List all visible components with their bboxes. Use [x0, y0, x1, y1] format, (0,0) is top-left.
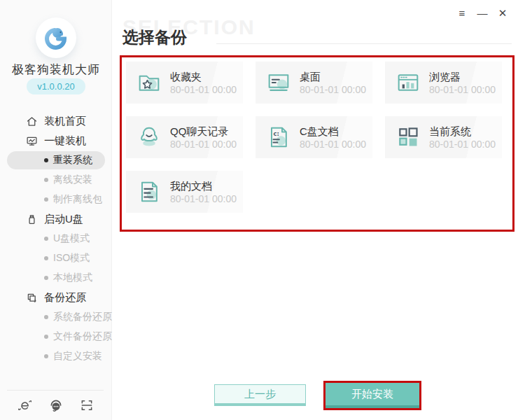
app-title: 极客狗装机大师: [0, 62, 112, 78]
folder-star-icon: [135, 69, 163, 97]
app-logo: [36, 18, 76, 58]
close-icon[interactable]: ✕: [497, 7, 508, 20]
sidebar-divider: [7, 390, 104, 391]
dog-g-logo-icon: [42, 24, 70, 52]
usb-icon: [26, 214, 38, 225]
backup-card-date: 80-01-01 00:00: [429, 138, 496, 150]
sidebar: 极客狗装机大师 v1.0.0.20 装机首页 一键装机 重装系统 离线安装 制作…: [0, 0, 112, 420]
menu-icon[interactable]: ≡: [456, 7, 468, 20]
version-badge: v1.0.0.20: [27, 78, 85, 94]
bullet-icon: [44, 256, 48, 260]
title-divider: [216, 43, 512, 44]
bullet-icon: [44, 354, 48, 358]
backup-card-label: 当前系统: [429, 125, 496, 138]
sidebar-item[interactable]: ISO模式: [0, 248, 112, 268]
backup-card-label: C盘文档: [300, 125, 366, 138]
sidebar-item[interactable]: 文件备份还原: [0, 327, 112, 346]
sidebar-item[interactable]: 制作离线包: [0, 190, 112, 209]
bullet-icon: [44, 197, 48, 202]
previous-step-button[interactable]: 上一步: [214, 384, 306, 406]
sidebar-footer: [0, 396, 112, 414]
sidebar-item[interactable]: U盘模式: [0, 229, 112, 248]
c-drive-doc-icon: [265, 123, 293, 151]
backup-card[interactable]: 我的文档 80-01-01 00:00: [126, 171, 243, 213]
qr-scan-icon[interactable]: [80, 398, 94, 412]
sidebar-item[interactable]: 启动U盘: [0, 209, 112, 229]
ie-browser-icon[interactable]: [18, 398, 32, 412]
browser-icon: [394, 69, 422, 97]
page-title: 选择备份: [122, 27, 187, 48]
backup-card[interactable]: 当前系统 80-01-01 00:00: [385, 116, 502, 158]
sidebar-item[interactable]: 备份还原: [0, 288, 112, 307]
backup-card-date: 80-01-01 00:00: [170, 138, 237, 150]
backup-selection-highlight: 收藏夹 80-01-01 00:00 桌面 80-01-01 00:00 浏览器…: [120, 55, 514, 232]
backup-card[interactable]: QQ聊天记录 80-01-01 00:00: [126, 116, 243, 158]
backup-card-date: 80-01-01 00:00: [429, 83, 496, 96]
bullet-icon: [44, 276, 48, 280]
main-panel: ≡ — ✕ SELECTION 选择备份 收藏夹 80-01-01 00:00 …: [113, 0, 518, 420]
backup-card[interactable]: 桌面 80-01-01 00:00: [255, 62, 372, 104]
backup-card-label: 桌面: [300, 70, 366, 83]
qq-icon: [135, 123, 163, 151]
backup-card-date: 80-01-01 00:00: [170, 192, 237, 205]
sidebar-item[interactable]: 自定义安装: [0, 346, 112, 366]
sidebar-item[interactable]: 一键装机: [0, 131, 112, 150]
window-controls: ≡ — ✕: [456, 7, 508, 20]
backup-card-label: 我的文档: [170, 179, 237, 192]
backup-card[interactable]: C盘文档 80-01-01 00:00: [255, 116, 372, 158]
backup-card-label: 收藏夹: [170, 70, 237, 83]
my-documents-icon: [135, 178, 163, 206]
customer-service-icon[interactable]: [49, 398, 63, 412]
bullet-icon: [44, 315, 48, 319]
backup-card[interactable]: 浏览器 80-01-01 00:00: [385, 62, 502, 104]
monitor-icon: [26, 135, 38, 147]
home-icon: [26, 115, 38, 127]
minimize-icon[interactable]: —: [477, 7, 488, 20]
backup-card-label: 浏览器: [429, 70, 496, 83]
backup-card-date: 80-01-01 00:00: [170, 83, 237, 96]
bullet-icon: [44, 158, 48, 162]
backup-card-label: QQ聊天记录: [170, 125, 237, 138]
backup-card-date: 80-01-01 00:00: [300, 83, 366, 96]
app-window: 极客狗装机大师 v1.0.0.20 装机首页 一键装机 重装系统 离线安装 制作…: [0, 0, 518, 420]
bullet-icon: [44, 335, 48, 339]
backup-card[interactable]: 收藏夹 80-01-01 00:00: [126, 62, 243, 104]
sidebar-item[interactable]: 重装系统: [0, 150, 112, 170]
sidebar-item[interactable]: 装机首页: [0, 111, 112, 131]
sidebar-nav: 装机首页 一键装机 重装系统 离线安装 制作离线包 启动U盘 U盘模式 ISO模…: [0, 111, 112, 366]
current-system-icon: [394, 123, 422, 151]
start-install-button[interactable]: 开始安装: [326, 383, 419, 408]
restore-icon: [26, 292, 38, 304]
sidebar-item[interactable]: 离线安装: [0, 170, 112, 190]
bullet-icon: [44, 237, 48, 241]
desktop-icon: [265, 69, 293, 97]
sidebar-item[interactable]: 本地模式: [0, 268, 112, 288]
bullet-icon: [44, 178, 48, 182]
sidebar-item[interactable]: 系统备份还原: [0, 307, 112, 327]
backup-card-date: 80-01-01 00:00: [300, 138, 366, 150]
start-install-highlight: 开始安装: [323, 381, 421, 410]
